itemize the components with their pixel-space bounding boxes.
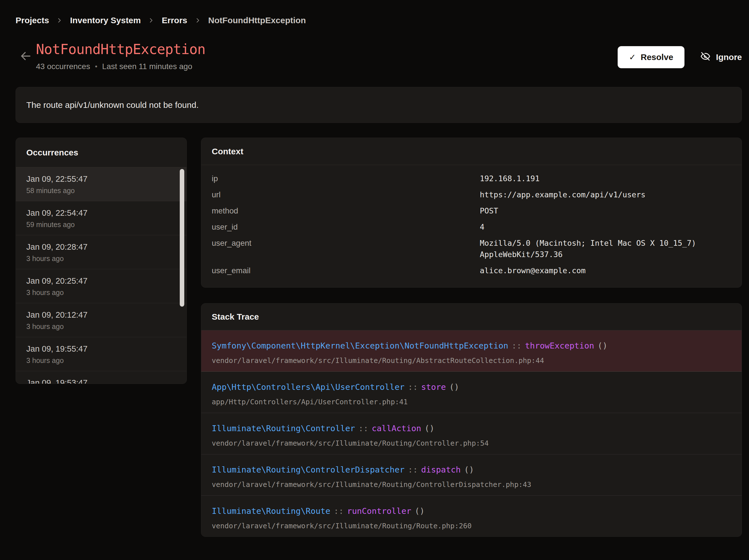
occurrence-timestamp: Jan 09, 19:55:47	[26, 344, 176, 353]
occurrence-relative-time: 59 minutes ago	[26, 220, 176, 229]
context-key: ip	[212, 173, 480, 184]
back-button[interactable]	[16, 49, 36, 64]
occurrence-item[interactable]: Jan 09, 20:28:47 3 hours ago	[16, 235, 187, 269]
ignore-button-label: Ignore	[716, 52, 742, 62]
stack-frame[interactable]: App\Http\Controllers\Api\UserController:…	[201, 372, 742, 413]
breadcrumb-item-current: NotFoundHttpException	[208, 16, 306, 25]
context-value: alice.brown@example.com	[480, 265, 586, 276]
page-title: NotFoundHttpException	[36, 42, 206, 58]
chevron-right-icon	[56, 17, 63, 24]
frame-separator: ::	[334, 506, 344, 516]
stack-trace-panel: Stack Trace Symfony\Component\HttpKernel…	[201, 303, 742, 537]
occurrence-timestamp: Jan 09, 19:53:47	[26, 378, 176, 384]
context-key: user_agent	[212, 238, 480, 249]
stack-frame[interactable]: Symfony\Component\HttpKernel\Exception\N…	[201, 330, 742, 372]
frame-separator: ::	[512, 341, 522, 350]
frame-class: Illuminate\Routing\Controller	[212, 424, 355, 433]
frame-parens: ()	[449, 382, 459, 392]
stack-frame-list: Symfony\Component\HttpKernel\Exception\N…	[201, 330, 742, 537]
context-value: 192.168.1.191	[480, 173, 539, 184]
chevron-right-icon	[148, 17, 155, 24]
stack-frame[interactable]: Illuminate\Routing\Controller::callActio…	[201, 413, 742, 454]
resolve-button[interactable]: ✓ Resolve	[618, 46, 684, 68]
frame-method: runController	[347, 506, 411, 516]
eye-off-icon	[700, 51, 710, 63]
context-panel-title: Context	[201, 138, 742, 165]
stack-frame[interactable]: Illuminate\Routing\ControllerDispatcher:…	[201, 454, 742, 496]
context-value: https://app.example.com/api/v1/users	[480, 189, 645, 200]
error-meta: 43 occurrences • Last seen 11 minutes ag…	[36, 62, 206, 71]
occurrence-timestamp: Jan 09, 20:12:47	[26, 310, 176, 320]
occurrence-relative-time: 58 minutes ago	[26, 187, 176, 195]
context-row: user_agent Mozilla/5.0 (Macintosh; Intel…	[212, 238, 731, 260]
context-row: user_id 4	[212, 221, 731, 233]
frame-parens: ()	[598, 341, 607, 350]
context-panel: Context ip 192.168.1.191 url https://app…	[201, 137, 742, 288]
occurrence-timestamp: Jan 09, 22:55:47	[26, 174, 176, 184]
header-actions: ✓ Resolve Ignore	[618, 46, 742, 68]
occurrences-scrollbar-thumb[interactable]	[180, 169, 184, 307]
occurrences-panel-title: Occurrences	[16, 138, 187, 167]
page-header: NotFoundHttpException 43 occurrences • L…	[16, 42, 742, 71]
occurrence-timestamp: Jan 09, 20:25:47	[26, 276, 176, 286]
frame-file: vendor/laravel/framework/src/Illuminate/…	[212, 439, 731, 447]
check-icon: ✓	[629, 52, 636, 62]
context-key: method	[212, 205, 480, 217]
occurrence-relative-time: 3 hours ago	[26, 288, 176, 297]
context-value: Mozilla/5.0 (Macintosh; Intel Mac OS X 1…	[480, 238, 712, 260]
breadcrumb-item-errors[interactable]: Errors	[162, 16, 187, 25]
error-detail-page: Projects Inventory System Errors NotFoun…	[0, 0, 749, 560]
occurrence-relative-time: 3 hours ago	[26, 357, 176, 365]
frame-file: vendor/laravel/framework/src/Illuminate/…	[212, 357, 731, 365]
resolve-button-label: Resolve	[641, 52, 673, 62]
frame-file: vendor/laravel/framework/src/Illuminate/…	[212, 480, 731, 489]
context-row: url https://app.example.com/api/v1/users	[212, 189, 731, 200]
last-seen: Last seen 11 minutes ago	[102, 62, 192, 71]
breadcrumb: Projects Inventory System Errors NotFoun…	[16, 16, 742, 25]
frame-file: app/Http/Controllers/Api/UserController.…	[212, 398, 731, 406]
breadcrumb-item-projects[interactable]: Projects	[16, 16, 49, 25]
context-row: ip 192.168.1.191	[212, 173, 731, 184]
frame-method: dispatch	[421, 465, 461, 474]
arrow-left-icon	[19, 60, 33, 64]
occurrence-timestamp: Jan 09, 20:28:47	[26, 242, 176, 252]
occurrence-relative-time: 3 hours ago	[26, 322, 176, 331]
chevron-right-icon	[194, 17, 201, 24]
ignore-button[interactable]: Ignore	[700, 51, 742, 63]
occurrence-timestamp: Jan 09, 22:54:47	[26, 208, 176, 218]
context-key: user_email	[212, 265, 480, 276]
frame-method: callAction	[372, 424, 421, 433]
frame-parens: ()	[425, 424, 434, 433]
occurrence-relative-time: 3 hours ago	[26, 255, 176, 263]
frame-class: Symfony\Component\HttpKernel\Exception\N…	[212, 341, 508, 350]
occurrence-item[interactable]: Jan 09, 22:55:47 58 minutes ago	[16, 167, 187, 201]
occurrences-list: Jan 09, 22:55:47 58 minutes ago Jan 09, …	[16, 167, 187, 384]
context-row: user_email alice.brown@example.com	[212, 265, 731, 276]
frame-class: Illuminate\Routing\ControllerDispatcher	[212, 465, 405, 474]
bullet-separator: •	[95, 63, 97, 70]
occurrence-item[interactable]: Jan 09, 20:12:47 3 hours ago	[16, 303, 187, 337]
occurrence-item[interactable]: Jan 09, 20:25:47 3 hours ago	[16, 269, 187, 303]
occurrence-item[interactable]: Jan 09, 22:54:47 59 minutes ago	[16, 201, 187, 235]
frame-class: App\Http\Controllers\Api\UserController	[212, 382, 405, 392]
frame-method: store	[421, 382, 446, 392]
context-row: method POST	[212, 205, 731, 217]
breadcrumb-item-inventory-system[interactable]: Inventory System	[70, 16, 141, 25]
context-key: url	[212, 189, 480, 200]
stack-frame[interactable]: Illuminate\Routing\Route::runController(…	[201, 496, 742, 537]
error-message-banner: The route api/v1/unknown could not be fo…	[16, 87, 742, 123]
frame-file: vendor/laravel/framework/src/Illuminate/…	[212, 522, 731, 530]
frame-separator: ::	[408, 465, 418, 474]
occurrence-count: 43 occurrences	[36, 62, 90, 71]
frame-parens: ()	[464, 465, 474, 474]
context-value: POST	[480, 205, 498, 217]
frame-method: throwException	[525, 341, 594, 350]
frame-parens: ()	[415, 506, 425, 516]
occurrence-item[interactable]: Jan 09, 19:55:47 3 hours ago	[16, 337, 187, 371]
stack-trace-panel-title: Stack Trace	[201, 303, 742, 330]
occurrence-item[interactable]: Jan 09, 19:53:47	[16, 371, 187, 384]
frame-separator: ::	[358, 424, 368, 433]
frame-class: Illuminate\Routing\Route	[212, 506, 330, 516]
error-message: The route api/v1/unknown could not be fo…	[26, 100, 199, 110]
occurrences-panel: Occurrences Jan 09, 22:55:47 58 minutes …	[16, 137, 187, 384]
